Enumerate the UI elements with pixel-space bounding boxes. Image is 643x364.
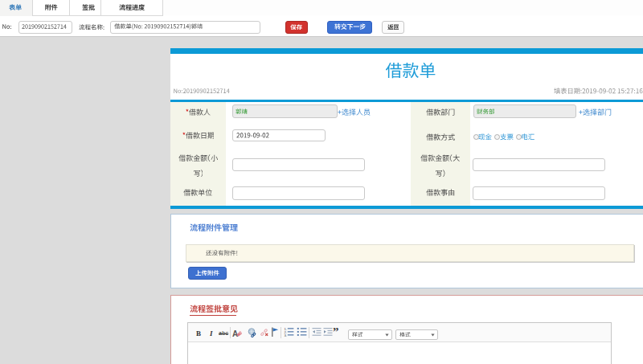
svg-text:A: A <box>232 329 238 338</box>
svg-text:3.: 3. <box>285 333 288 337</box>
